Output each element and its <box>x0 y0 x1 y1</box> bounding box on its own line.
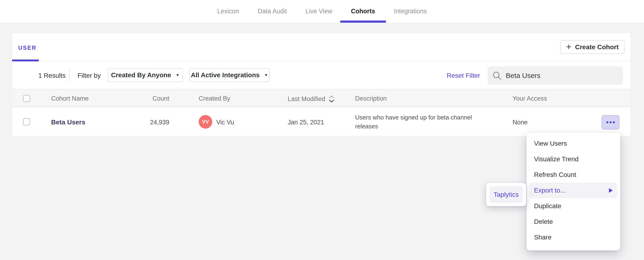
menu-item-refresh-count[interactable]: Refresh Count <box>530 167 617 182</box>
menu-item-duplicate[interactable]: Duplicate <box>530 198 617 214</box>
col-header-count: Count <box>111 95 169 102</box>
integrations-dropdown[interactable]: All Active Integrations ▼ <box>189 68 270 82</box>
create-cohort-label: Create Cohort <box>575 44 619 51</box>
your-access-value: None <box>512 119 528 126</box>
results-count: 1 Results <box>38 72 66 79</box>
tab-live-view[interactable]: Live View <box>296 0 342 23</box>
ellipsis-icon <box>606 121 608 123</box>
col-header-your-access: Your Access <box>512 95 547 102</box>
tab-integrations[interactable]: Integrations <box>384 0 436 23</box>
plus-icon: + <box>566 42 572 51</box>
col-header-cohort-name: Cohort Name <box>51 95 89 102</box>
created-by-value: Vic Vu <box>216 119 234 126</box>
tab-data-audit-label: Data Audit <box>258 8 287 15</box>
menu-item-export-to-label: Export to... <box>534 187 566 194</box>
tab-integrations-label: Integrations <box>394 8 427 15</box>
col-header-created-by: Created By <box>199 95 230 102</box>
menu-item-view-users[interactable]: View Users <box>530 136 617 151</box>
tab-lexicon[interactable]: Lexicon <box>208 0 248 23</box>
tab-cohorts-label: Cohorts <box>351 8 375 15</box>
row-context-menu: View Users Visualize Trend Refresh Count… <box>526 132 620 250</box>
created-by-dropdown[interactable]: Created By Anyone ▼ <box>108 68 183 82</box>
tab-user[interactable]: USER <box>18 44 37 51</box>
submenu-item-taplytics[interactable]: Taplytics <box>490 186 523 203</box>
create-cohort-button[interactable]: + Create Cohort <box>560 40 624 54</box>
col-header-last-modified[interactable]: Last Modified <box>288 95 334 103</box>
cohort-name-link[interactable]: Beta Users <box>51 118 85 126</box>
cohorts-panel: USER + Create Cohort 1 Results Filter by… <box>12 33 631 136</box>
last-modified-value: Jan 25, 2021 <box>288 119 324 126</box>
tab-data-audit[interactable]: Data Audit <box>248 0 296 23</box>
row-actions-button[interactable] <box>602 115 620 130</box>
created-by-dropdown-value: Created By Anyone <box>111 72 171 79</box>
user-tab-active-underline <box>12 60 39 62</box>
search-box <box>488 66 623 85</box>
top-nav: Lexicon Data Audit Live View Cohorts Int… <box>0 0 644 23</box>
search-icon <box>492 71 502 80</box>
tabstrip-divider <box>12 61 631 61</box>
tab-live-view-label: Live View <box>306 8 332 15</box>
chevron-down-icon: ▼ <box>264 73 268 77</box>
row-checkbox[interactable] <box>23 118 30 125</box>
ellipsis-icon <box>613 121 615 123</box>
menu-item-visualize-trend[interactable]: Visualize Trend <box>530 151 617 167</box>
col-header-last-modified-label: Last Modified <box>288 96 325 103</box>
description-value: Users who have signed up for beta channe… <box>355 113 486 131</box>
avatar: VV <box>199 115 212 128</box>
menu-item-export-to[interactable]: Export to... <box>530 182 617 198</box>
submenu-arrow-icon <box>609 188 613 193</box>
integrations-dropdown-value: All Active Integrations <box>191 72 260 79</box>
select-all-checkbox[interactable] <box>23 95 30 102</box>
sort-icon <box>328 95 334 103</box>
filter-divider <box>69 69 70 82</box>
cohort-count: 24,939 <box>111 119 169 126</box>
filter-by-label: Filter by <box>78 72 101 79</box>
menu-item-share[interactable]: Share <box>530 230 617 245</box>
avatar-initials: VV <box>202 119 209 125</box>
menu-item-delete[interactable]: Delete <box>530 214 617 230</box>
tab-cohorts[interactable]: Cohorts <box>342 0 384 23</box>
reset-filter-link[interactable]: Reset Filter <box>447 72 480 79</box>
tab-lexicon-label: Lexicon <box>217 8 239 15</box>
search-input[interactable] <box>506 72 618 80</box>
chevron-down-icon: ▼ <box>176 73 180 77</box>
ellipsis-icon <box>610 121 612 123</box>
col-header-description: Description <box>355 95 387 102</box>
export-submenu: Taplytics <box>486 183 526 206</box>
